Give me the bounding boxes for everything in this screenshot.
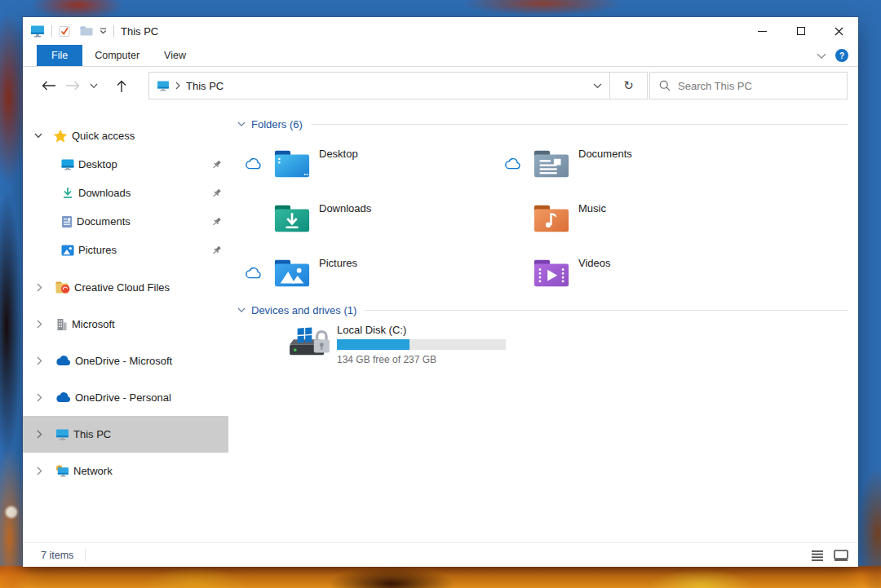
explorer-window: This PC File Computer View ? [23, 17, 858, 567]
forward-arrow-icon [65, 81, 81, 91]
sidebar-item-label: Desktop [78, 158, 117, 170]
monitor-icon [55, 429, 69, 440]
close-icon [835, 27, 843, 36]
chevron-right-icon[interactable] [37, 466, 45, 475]
sidebar-item-label: OneDrive - Personal [75, 391, 171, 404]
search-box[interactable] [649, 72, 848, 99]
folder-tile-videos[interactable]: Videos [496, 245, 850, 300]
back-arrow-icon [41, 81, 56, 91]
pin-icon[interactable] [211, 159, 222, 170]
back-button[interactable] [36, 73, 60, 98]
tab-file[interactable]: File [37, 45, 82, 66]
pin-icon[interactable] [211, 216, 222, 227]
ribbon-collapse-icon[interactable] [817, 50, 826, 62]
up-arrow-icon [117, 79, 126, 93]
close-button[interactable] [820, 17, 858, 45]
quick-access-toolbar: This PC [23, 25, 158, 38]
sidebar-item-desktop[interactable]: Desktop [23, 150, 228, 179]
minimize-button[interactable] [743, 17, 781, 45]
chevron-right-icon[interactable] [37, 283, 45, 292]
refresh-button[interactable]: ↻ [610, 78, 647, 93]
details-view-icon [811, 550, 824, 561]
folder-tile-downloads[interactable]: Downloads [237, 191, 496, 245]
maximize-icon [797, 27, 805, 35]
sidebar-item-label: Quick access [72, 130, 135, 142]
sidebar-item-this-pc[interactable]: This PC [23, 416, 228, 453]
onedrive-icon [55, 356, 71, 366]
this-pc-monitor-icon [157, 81, 170, 91]
breadcrumb-location[interactable]: This PC [186, 80, 224, 92]
navigation-bar: This PC ↻ [23, 67, 858, 104]
sidebar-item-microsoft[interactable]: Microsoft [23, 306, 228, 343]
sidebar-item-pictures[interactable]: Pictures [23, 236, 228, 264]
creative-cloud-folder-icon [55, 281, 70, 294]
new-folder-icon[interactable] [80, 26, 93, 36]
group-header-rule [311, 124, 848, 125]
pin-icon[interactable] [211, 188, 222, 198]
sidebar-item-label: Documents [77, 215, 131, 228]
picture-icon [61, 245, 74, 256]
details-view-button[interactable] [808, 547, 826, 564]
sidebar-item-downloads[interactable]: Downloads [23, 179, 228, 207]
chevron-right-icon[interactable] [37, 393, 45, 402]
sidebar-item-documents[interactable]: Documents [23, 207, 228, 236]
tab-view[interactable]: View [152, 45, 198, 66]
properties-check-icon[interactable] [59, 25, 71, 38]
qat-dropdown-icon[interactable] [100, 28, 107, 34]
file-list-pane: Folders (6) Desktop [228, 104, 858, 542]
maximize-button[interactable] [781, 17, 820, 45]
help-button[interactable]: ? [835, 49, 848, 62]
forward-button[interactable] [60, 73, 85, 98]
chevron-down-icon [90, 83, 98, 89]
search-input[interactable] [678, 80, 825, 92]
ribbon-tabs: File Computer View [37, 45, 198, 66]
sidebar-item-quick-access[interactable]: Quick access [23, 122, 228, 150]
large-icons-view-button[interactable] [832, 547, 850, 564]
chevron-right-icon[interactable] [37, 356, 45, 365]
chevron-down-icon[interactable] [34, 133, 42, 139]
sidebar-item-creative-cloud-files[interactable]: Creative Cloud Files [23, 269, 228, 306]
videos-folder-icon [533, 257, 570, 290]
address-dropdown-button[interactable] [585, 83, 609, 89]
folder-tile-pictures[interactable]: Pictures [237, 245, 496, 300]
titlebar-separator [51, 25, 52, 38]
desktop-folder-icon [273, 148, 311, 180]
status-bar: 7 items [23, 542, 858, 567]
sidebar-item-label: Creative Cloud Files [74, 281, 170, 294]
sidebar-item-onedrive-microsoft[interactable]: OneDrive - Microsoft [23, 343, 228, 379]
chevron-down-icon[interactable] [237, 122, 246, 127]
downloads-folder-icon [273, 202, 311, 235]
chevron-right-icon[interactable] [37, 430, 45, 439]
address-bar[interactable]: This PC ↻ [148, 72, 648, 99]
group-header-rule [365, 310, 848, 311]
drive-tile-local-disk-c[interactable]: Local Disk (C:) 134 GB free of 237 GB [286, 324, 850, 365]
downloads-icon [61, 187, 74, 199]
tab-computer[interactable]: Computer [82, 45, 152, 66]
drive-name: Local Disk (C:) [337, 324, 506, 336]
recent-locations-button[interactable] [85, 73, 103, 98]
cloud-status-icon [504, 157, 522, 170]
sidebar-item-label: Downloads [78, 187, 131, 199]
chevron-down-icon[interactable] [237, 307, 246, 313]
cloud-status-icon [245, 267, 263, 280]
folders-group-header: Folders (6) [237, 116, 850, 132]
chevron-right-icon[interactable] [37, 320, 45, 329]
tile-label: Documents [578, 148, 632, 160]
folder-tile-desktop[interactable]: Desktop [237, 136, 496, 191]
drive-capacity-used [337, 339, 410, 350]
breadcrumb-chevron-icon[interactable] [175, 82, 180, 90]
up-button[interactable] [109, 73, 134, 98]
local-disk-bitlocker-icon [286, 324, 333, 365]
sidebar-item-onedrive-personal[interactable]: OneDrive - Personal [23, 379, 228, 416]
folder-tile-documents[interactable]: Documents [496, 136, 850, 191]
chevron-down-icon [593, 83, 602, 89]
pin-icon[interactable] [211, 245, 222, 255]
drive-free-space-text: 134 GB free of 237 GB [337, 354, 506, 365]
sidebar-item-label: OneDrive - Microsoft [75, 355, 172, 367]
group-title: Folders (6) [251, 118, 303, 130]
tile-label: Music [578, 202, 606, 214]
this-pc-app-icon [30, 25, 45, 38]
folder-tile-music[interactable]: Music [496, 191, 850, 245]
sidebar-item-network[interactable]: Network [23, 453, 228, 489]
tile-label: Pictures [319, 257, 357, 269]
